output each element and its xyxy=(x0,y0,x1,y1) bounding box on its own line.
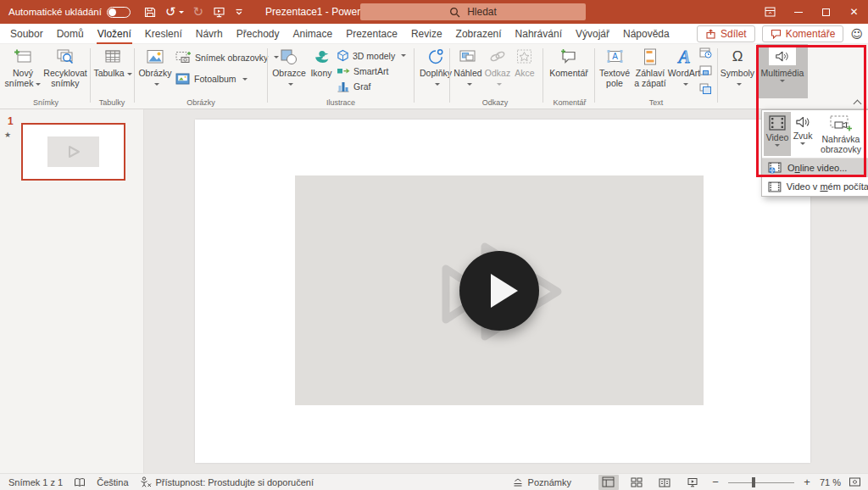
icons-button[interactable]: Ikony xyxy=(309,46,334,78)
group-label-tabulky: Tabulky xyxy=(90,98,134,107)
view-reading-button[interactable] xyxy=(654,475,675,490)
play-button[interactable] xyxy=(459,251,539,331)
autosave-toggle[interactable] xyxy=(107,7,131,18)
screen-recording-button[interactable]: Nahrávka obrazovky xyxy=(815,112,867,156)
object-button[interactable] xyxy=(699,83,712,95)
zoom-level[interactable]: 71 % xyxy=(820,477,841,487)
svg-text:A: A xyxy=(612,52,618,61)
view-slideshow-button[interactable] xyxy=(682,475,703,490)
tab-napoveda[interactable]: Nápověda xyxy=(616,25,676,43)
photo-album-button[interactable]: Fotoalbum xyxy=(175,73,248,85)
accessibility-button[interactable]: Přístupnost: Prostudujte si doporučení xyxy=(140,476,314,487)
search-icon xyxy=(449,7,460,18)
new-slide-button[interactable]: Nový snímek xyxy=(3,46,42,88)
tab-domu[interactable]: Domů xyxy=(50,25,91,43)
table-button[interactable]: Tabulka xyxy=(93,46,132,78)
date-time-button[interactable] xyxy=(699,47,712,58)
ribbon-display-icon xyxy=(765,7,776,17)
tab-prechody[interactable]: Přechody xyxy=(230,25,287,43)
view-normal-button[interactable] xyxy=(598,475,619,490)
online-video-icon xyxy=(768,162,782,174)
toggle-knob xyxy=(108,8,116,16)
tab-kresleni[interactable]: Kreslení xyxy=(138,25,189,43)
omega-icon: Ω xyxy=(732,48,743,65)
notes-button[interactable]: Poznámky xyxy=(512,477,571,487)
link-icon xyxy=(488,48,507,65)
zoom-in-button[interactable]: + xyxy=(802,476,812,488)
play-outline-icon xyxy=(64,142,84,161)
share-button[interactable]: Sdílet xyxy=(697,25,755,42)
tab-zobrazeni[interactable]: Zobrazení xyxy=(449,25,509,43)
recycle-slides-button[interactable]: Recyklovat snímky xyxy=(42,46,88,88)
minimize-button[interactable] xyxy=(784,0,812,24)
online-video-menu-item[interactable]: Online video... xyxy=(762,159,868,177)
collapse-ribbon-icon[interactable] xyxy=(854,98,861,105)
autosave-label: Automatické ukládání xyxy=(8,7,102,17)
slide-number-button[interactable] xyxy=(699,65,712,76)
slide-thumbnail-panel: 1 ★ xyxy=(0,109,144,473)
group-label-snimky: Snímky xyxy=(3,98,88,107)
customize-qat-button[interactable] xyxy=(235,8,243,16)
tab-animace[interactable]: Animace xyxy=(287,25,340,43)
start-slideshow-button[interactable] xyxy=(213,7,225,18)
tab-vlozeni[interactable]: Vložení xyxy=(91,25,138,43)
chevron-down-icon xyxy=(179,11,184,14)
fit-to-window-button[interactable] xyxy=(849,476,861,487)
3d-models-button[interactable]: 3D modely xyxy=(337,49,406,62)
slide-counter: Snímek 1 z 1 xyxy=(8,477,63,487)
search-input[interactable]: Hledat xyxy=(360,3,586,20)
chevron-down-icon xyxy=(775,144,780,147)
pictures-button[interactable]: Obrázky xyxy=(136,46,174,88)
smartart-button[interactable]: SmartArt xyxy=(337,65,388,76)
chart-button[interactable]: Graf xyxy=(337,81,370,92)
text-box-button[interactable]: A Textové pole xyxy=(597,46,632,88)
autosave-control[interactable]: Automatické ukládání xyxy=(8,7,131,18)
maximize-button[interactable] xyxy=(812,0,840,24)
close-icon: ✕ xyxy=(849,6,858,18)
audio-dropdown-button[interactable]: Zvuk xyxy=(791,112,815,156)
zoom-link-button[interactable]: Náhled xyxy=(452,46,484,88)
tab-revize[interactable]: Revize xyxy=(404,25,449,43)
table-icon xyxy=(104,48,121,65)
chevron-down-icon xyxy=(683,83,688,86)
comment-icon xyxy=(559,48,578,65)
spellcheck-button[interactable] xyxy=(74,477,86,487)
close-button[interactable]: ✕ xyxy=(840,0,868,24)
symbols-button[interactable]: Ω Symboly xyxy=(720,46,755,88)
chart-icon xyxy=(337,81,350,92)
tab-prezentace[interactable]: Prezentace xyxy=(339,25,404,43)
undo-button[interactable]: ↺ xyxy=(165,6,184,18)
view-sorter-icon xyxy=(631,477,643,487)
tab-navrh[interactable]: Návrh xyxy=(189,25,230,43)
media-button[interactable]: Multimédia xyxy=(757,44,808,98)
shapes-button[interactable]: Obrazce xyxy=(270,46,309,88)
action-button: Akce xyxy=(511,46,538,78)
comments-button[interactable]: Komentáře xyxy=(762,25,844,42)
save-icon xyxy=(144,7,156,18)
tab-nahravani[interactable]: Nahrávání xyxy=(509,25,569,43)
language-button[interactable]: Čeština xyxy=(97,477,128,487)
ribbon-display-options-button[interactable] xyxy=(756,0,784,24)
feedback-smiley-icon[interactable]: ☺ xyxy=(850,27,863,41)
icons-duck-icon xyxy=(312,48,331,65)
video-dropdown-button[interactable]: Video xyxy=(764,112,791,156)
new-comment-button[interactable]: Komentář xyxy=(547,46,591,78)
wordart-button[interactable]: A WordArt xyxy=(668,46,700,88)
save-button[interactable] xyxy=(144,7,156,18)
tab-vyvojar[interactable]: Vývojář xyxy=(569,25,616,43)
zoom-slider[interactable] xyxy=(728,475,794,490)
new-slide-icon xyxy=(14,48,32,65)
search-placeholder: Hledat xyxy=(467,6,497,18)
local-video-menu-item[interactable]: Video v mém počítači... xyxy=(762,177,868,196)
redo-icon: ↻ xyxy=(193,6,204,18)
screenshot-button[interactable]: Snímek obrazovky xyxy=(175,51,279,64)
zoom-out-button[interactable]: − xyxy=(710,476,721,488)
zoom-slider-thumb[interactable] xyxy=(752,477,755,487)
view-slide-sorter-button[interactable] xyxy=(626,475,647,490)
header-footer-button[interactable]: Záhlaví a zápatí xyxy=(632,46,668,88)
slide-thumbnail[interactable] xyxy=(21,123,125,181)
chevron-down-icon xyxy=(800,142,805,145)
speaker-icon xyxy=(775,50,790,63)
text-box-icon: A xyxy=(606,48,624,65)
tab-soubor[interactable]: Soubor xyxy=(3,25,50,43)
